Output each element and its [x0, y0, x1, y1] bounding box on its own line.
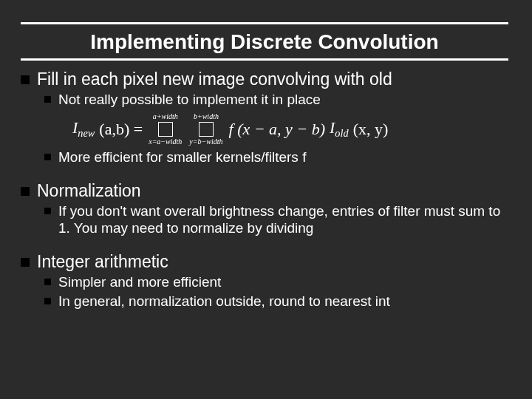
sum-icon: a+width x=a−width — [149, 113, 182, 146]
bullet-level1: Normalization — [21, 181, 508, 201]
rule-under-title — [21, 58, 508, 61]
bullet-text: In general, normalization outside, round… — [58, 293, 390, 310]
sum-upper: b+width — [194, 113, 219, 120]
square-bullet-icon — [21, 75, 30, 84]
bullet-level2: More efficient for smaller kernels/filte… — [44, 149, 508, 166]
formula-lhs-args: (a,b) = — [99, 120, 143, 139]
bullet-level2: Simpler and more efficient — [44, 273, 508, 291]
bullet-text: Fill in each pixel new image convolving … — [37, 69, 392, 89]
square-bullet-icon — [44, 208, 51, 214]
convolution-formula: Inew (a,b) = a+width x=a−width b+width y… — [72, 113, 508, 146]
sum-box-icon — [199, 122, 214, 137]
sum-lower: x=a−width — [149, 138, 182, 146]
formula-sub-old: old — [335, 127, 348, 139]
bullet-level2: Not really possible to implement it in p… — [44, 91, 508, 109]
square-bullet-icon — [44, 154, 51, 160]
slide-title: Implementing Discrete Convolution — [21, 30, 508, 54]
square-bullet-icon — [21, 187, 30, 196]
bullet-text: If you don't want overall brightness cha… — [58, 202, 508, 238]
sum-icon: b+width y=b−width — [189, 113, 222, 146]
slide: Implementing Discrete Convolution Fill i… — [0, 0, 532, 399]
bullet-text: Integer arithmetic — [37, 252, 168, 272]
square-bullet-icon — [44, 298, 51, 304]
square-bullet-icon — [44, 96, 51, 103]
bullet-level1: Integer arithmetic — [21, 252, 508, 272]
bullet-level2: In general, normalization outside, round… — [44, 293, 508, 310]
bullet-text: More efficient for smaller kernels/filte… — [58, 149, 306, 166]
bullet-level1: Fill in each pixel new image convolving … — [21, 69, 508, 89]
square-bullet-icon — [21, 258, 30, 267]
square-bullet-icon — [44, 279, 51, 285]
bullet-text: Not really possible to implement it in p… — [58, 91, 321, 109]
rule-top — [21, 22, 508, 24]
formula-rhs-args: (x, y) — [353, 120, 389, 139]
bullet-text: Normalization — [37, 181, 141, 201]
sum-box-icon — [158, 122, 173, 137]
formula-sub-new: new — [78, 127, 95, 139]
formula-f-part: f (x − a, y − b) — [229, 120, 326, 139]
formula-block: Inew (a,b) = a+width x=a−width b+width y… — [72, 113, 508, 146]
bullet-text: Simpler and more efficient — [58, 273, 221, 291]
sum-upper: a+width — [153, 113, 178, 120]
bullet-level2: If you don't want overall brightness cha… — [44, 202, 508, 238]
sum-lower: y=b−width — [189, 138, 222, 146]
